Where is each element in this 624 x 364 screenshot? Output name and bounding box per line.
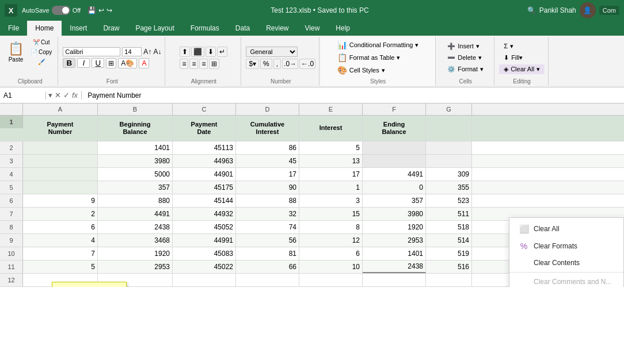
cell-a1[interactable]: PaymentNumber	[23, 116, 98, 141]
underline-button[interactable]: U	[92, 58, 104, 68]
format-painter-button[interactable]: 🖌️	[28, 58, 54, 66]
decrease-decimal-icon[interactable]: ←.0	[299, 59, 315, 69]
tab-home[interactable]: Home	[27, 21, 62, 36]
col-c-header[interactable]: C	[173, 104, 236, 115]
cell-f9[interactable]: 2953	[363, 234, 426, 247]
col-b-header[interactable]: B	[98, 104, 173, 115]
tab-insert[interactable]: Insert	[62, 21, 95, 36]
cell-c6[interactable]: 45144	[173, 194, 236, 207]
cell-g9[interactable]: 514	[426, 234, 472, 247]
cell-b9[interactable]: 3468	[98, 234, 173, 247]
search-icon[interactable]: 🔍	[527, 6, 536, 14]
cell-c5[interactable]: 45175	[173, 181, 236, 194]
cell-c7[interactable]: 44932	[173, 208, 236, 220]
cell-a11[interactable]: 5	[23, 260, 98, 273]
cell-d5[interactable]: 90	[236, 181, 299, 194]
cell-g11[interactable]: 516	[426, 260, 472, 273]
cell-c4[interactable]: 44901	[173, 168, 236, 181]
cell-c11[interactable]: 45022	[173, 260, 236, 273]
cell-e6[interactable]: 3	[299, 194, 363, 207]
cell-a9[interactable]: 4	[23, 234, 98, 247]
cell-b5[interactable]: 357	[98, 181, 173, 194]
format-button[interactable]: ⚙️Format▾	[443, 64, 488, 74]
cell-f6[interactable]: 357	[363, 194, 426, 207]
undo-icon[interactable]: ↩	[98, 6, 104, 14]
delete-button[interactable]: ➖Delete▾	[443, 53, 486, 63]
align-middle-icon[interactable]: ⬛	[191, 47, 204, 57]
col-e-header[interactable]: E	[299, 104, 363, 115]
cell-d9[interactable]: 56	[236, 234, 299, 247]
fill-button[interactable]: ⬇Fill▾	[499, 53, 545, 63]
cell-f5[interactable]: 0	[363, 181, 426, 194]
cell-f11[interactable]: 2438	[363, 260, 426, 273]
cell-d8[interactable]: 74	[236, 221, 299, 233]
cell-f4[interactable]: 4491	[363, 168, 426, 181]
cell-c3[interactable]: 44963	[173, 155, 236, 167]
redo-icon[interactable]: ↪	[106, 6, 112, 14]
col-f-header[interactable]: F	[363, 104, 426, 115]
cell-b7[interactable]: 4491	[98, 208, 173, 220]
menu-item-clear-contents[interactable]: Clear Contents	[509, 255, 623, 271]
menu-item-clear-formats[interactable]: % Clear Formats	[509, 237, 623, 255]
cell-d2[interactable]: 86	[236, 141, 299, 154]
cell-g10[interactable]: 519	[426, 247, 472, 260]
cell-d1[interactable]: CumulativeInterest	[236, 116, 299, 141]
formula-input[interactable]: Payment Number	[84, 91, 624, 99]
cell-d11[interactable]: 66	[236, 260, 299, 273]
autosum-button[interactable]: Σ▾	[499, 41, 545, 51]
align-bottom-icon[interactable]: ⬇	[206, 47, 216, 57]
cell-a8[interactable]: 6	[23, 221, 98, 233]
cell-e1[interactable]: Interest	[299, 116, 363, 141]
number-format-select[interactable]: General	[246, 47, 298, 57]
cell-b3[interactable]: 3980	[98, 155, 173, 167]
cell-d12[interactable]	[236, 274, 299, 286]
cell-a6[interactable]: 9	[23, 194, 98, 207]
col-d-header[interactable]: D	[236, 104, 299, 115]
cell-f7[interactable]: 3980	[363, 208, 426, 220]
format-as-table-button[interactable]: 📋 Format as Table ▾	[333, 52, 424, 63]
cell-e7[interactable]: 15	[299, 208, 363, 220]
formula-bar-dropdown[interactable]: ▾	[48, 91, 52, 99]
insert-button[interactable]: ➕Insert▾	[443, 41, 484, 51]
tab-help[interactable]: Help	[328, 21, 358, 36]
tab-view[interactable]: View	[297, 21, 328, 36]
menu-item-clear-all[interactable]: ⬜ Clear All	[509, 220, 623, 237]
cell-g3[interactable]	[426, 155, 472, 167]
cell-g4[interactable]: 309	[426, 168, 472, 181]
tab-draw[interactable]: Draw	[95, 21, 127, 36]
clear-button[interactable]: ◈Clear All▾	[499, 64, 545, 74]
cell-f3[interactable]	[363, 155, 426, 167]
border-button[interactable]: ⊞	[106, 58, 116, 68]
merge-center-icon[interactable]: ⊞	[209, 59, 219, 69]
comma-icon[interactable]: ,	[273, 59, 281, 69]
tab-formulas[interactable]: Formulas	[182, 21, 227, 36]
cell-g7[interactable]: 511	[426, 208, 472, 220]
cell-f10[interactable]: 1401	[363, 247, 426, 260]
cell-e10[interactable]: 6	[299, 247, 363, 260]
cell-g2[interactable]	[426, 141, 472, 154]
confirm-icon[interactable]: ✓	[63, 91, 70, 99]
cell-f2[interactable]	[363, 141, 426, 154]
cell-c10[interactable]: 45083	[173, 247, 236, 260]
cell-e4[interactable]: 17	[299, 168, 363, 181]
increase-font-icon[interactable]: A↑	[143, 48, 151, 56]
cell-a5[interactable]	[23, 181, 98, 194]
cell-g5[interactable]: 355	[426, 181, 472, 194]
tab-file[interactable]: File	[0, 21, 27, 36]
conditional-formatting-button[interactable]: 📊 Conditional Formatting ▾	[333, 39, 424, 51]
cell-d4[interactable]: 17	[236, 168, 299, 181]
cell-d7[interactable]: 32	[236, 208, 299, 220]
cell-a10[interactable]: 7	[23, 247, 98, 260]
tab-review[interactable]: Review	[258, 21, 296, 36]
col-g-header[interactable]: G	[426, 104, 472, 115]
cell-c12[interactable]	[173, 274, 236, 286]
cell-e8[interactable]: 8	[299, 221, 363, 233]
wrap-text-icon[interactable]: ↵	[217, 47, 227, 57]
cell-a4[interactable]	[23, 168, 98, 181]
cell-g6[interactable]: 523	[426, 194, 472, 207]
align-left-icon[interactable]: ≡	[180, 59, 188, 69]
toggle-switch[interactable]	[52, 6, 70, 15]
cell-e9[interactable]: 12	[299, 234, 363, 247]
cell-b8[interactable]: 2438	[98, 221, 173, 233]
cell-f8[interactable]: 1920	[363, 221, 426, 233]
